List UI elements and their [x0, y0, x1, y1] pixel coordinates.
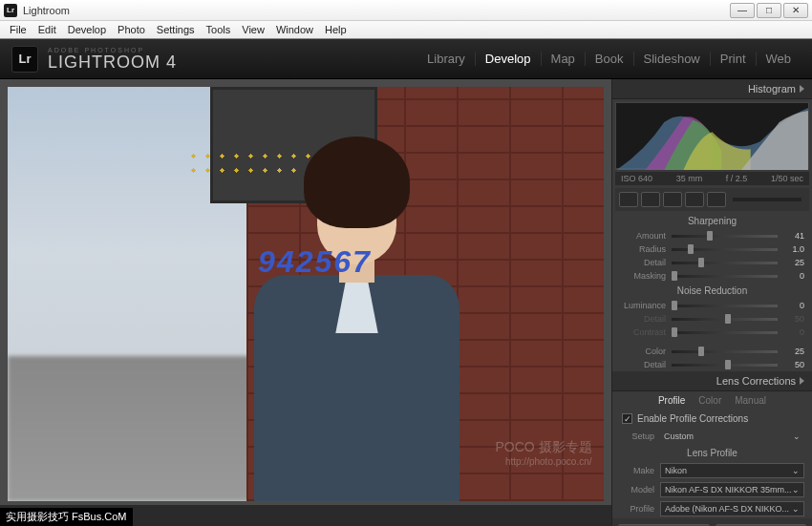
- noise-color-3-value: 25: [783, 347, 804, 356]
- tab-manual[interactable]: Manual: [735, 395, 766, 406]
- sharp-radius-value: 1.0: [783, 244, 804, 254]
- module-slideshow[interactable]: Slideshow: [634, 52, 711, 66]
- exposure-info: ISO 640 35 mm f / 2.5 1/50 sec: [615, 172, 809, 185]
- collapse-icon: [800, 377, 804, 385]
- sharp-detail-label: Detail: [620, 258, 666, 267]
- minimize-button[interactable]: —: [730, 3, 755, 18]
- profile-select[interactable]: Adobe (Nikon AF-S DX NIKKO...⌄: [660, 501, 804, 516]
- watermark: POCO 摄影专题http://photo.poco.cn/: [495, 438, 591, 468]
- shutter-value: 1/50 sec: [771, 174, 803, 183]
- sharpening-title: Sharpening: [612, 213, 812, 229]
- menu-help[interactable]: Help: [319, 22, 353, 37]
- close-button[interactable]: ✕: [783, 3, 808, 18]
- noise-detail-4-slider[interactable]: [672, 364, 778, 367]
- sharp-radius-slider[interactable]: [672, 248, 778, 251]
- module-web[interactable]: Web: [757, 52, 801, 66]
- menu-tools[interactable]: Tools: [201, 22, 237, 37]
- noise-luminance-0-slider[interactable]: [672, 305, 778, 307]
- sharp-masking-value: 0: [783, 271, 804, 281]
- noise-contrast-2-slider[interactable]: [672, 331, 778, 334]
- noise-detail-1-value: 50: [783, 314, 804, 324]
- lens-header[interactable]: Lens Corrections: [612, 371, 812, 391]
- sharp-amount-value: 41: [783, 231, 804, 241]
- button-row: Previous Reset: [612, 518, 812, 526]
- menu-view[interactable]: View: [236, 22, 270, 37]
- menu-settings[interactable]: Settings: [151, 22, 201, 37]
- make-label: Make: [620, 466, 654, 475]
- module-book[interactable]: Book: [586, 52, 634, 66]
- enable-profile-checkbox[interactable]: ✓: [622, 413, 632, 424]
- lens-tabs: Profile Color Manual: [612, 391, 812, 410]
- noise-detail-1-label: Detail: [620, 314, 666, 324]
- noise-luminance-0-row: Luminance 0: [612, 299, 812, 312]
- menu-file[interactable]: File: [4, 22, 32, 37]
- menubar: File Edit Develop Photo Settings Tools V…: [0, 21, 812, 39]
- page-watermark: 实用摄影技巧 FsBus.CoM: [0, 508, 133, 526]
- brush-tool-icon[interactable]: [707, 192, 726, 207]
- noise-color-3-slider[interactable]: [672, 350, 778, 353]
- logo-badge: Lr: [11, 46, 38, 73]
- sharp-masking-slider[interactable]: [672, 275, 778, 278]
- noise-title: Noise Reduction: [612, 283, 812, 299]
- window-title: Lightroom: [23, 5, 70, 16]
- enable-profile-row[interactable]: ✓ Enable Profile Corrections: [612, 410, 812, 428]
- noise-luminance-0-value: 0: [783, 301, 804, 310]
- enable-profile-label: Enable Profile Corrections: [637, 413, 748, 424]
- brand-main: LIGHTROOM 4: [48, 53, 177, 71]
- right-panel[interactable]: Histogram ISO 640 35 mm f / 2.5 1/50 sec: [611, 79, 812, 526]
- histogram-header[interactable]: Histogram: [612, 79, 812, 99]
- noise-detail-4-row: Detail 50: [612, 358, 812, 371]
- menu-window[interactable]: Window: [270, 22, 319, 37]
- brand: ADOBE PHOTOSHOP LIGHTROOM 4: [48, 47, 177, 71]
- topbar: Lr ADOBE PHOTOSHOP LIGHTROOM 4 Library D…: [0, 39, 812, 79]
- menu-edit[interactable]: Edit: [32, 22, 62, 37]
- spot-tool-icon[interactable]: [641, 192, 660, 207]
- noise-contrast-2-value: 0: [783, 327, 804, 337]
- setup-label: Setup: [620, 431, 654, 441]
- module-develop[interactable]: Develop: [476, 52, 542, 66]
- module-library[interactable]: Library: [417, 52, 476, 66]
- sharp-radius-label: Radius: [620, 244, 666, 254]
- noise-color-3-row: Color 25: [612, 345, 812, 358]
- histogram[interactable]: [615, 102, 809, 169]
- tab-color[interactable]: Color: [698, 395, 721, 406]
- redeye-tool-icon[interactable]: [663, 192, 682, 207]
- sharp-masking-row: Masking 0: [612, 269, 812, 283]
- noise-detail-1-slider[interactable]: [672, 318, 778, 321]
- sharp-detail-value: 25: [783, 258, 804, 267]
- module-map[interactable]: Map: [542, 52, 586, 66]
- noise-detail-1-row: Detail 50: [612, 312, 812, 326]
- overlay-number: 942567: [258, 244, 372, 280]
- menu-develop[interactable]: Develop: [62, 22, 112, 37]
- noise-detail-4-label: Detail: [620, 360, 666, 369]
- sharp-amount-row: Amount 41: [612, 229, 812, 242]
- maximize-button[interactable]: □: [757, 3, 781, 18]
- titlebar: Lr Lightroom — □ ✕: [0, 0, 812, 21]
- app-body: Lr ADOBE PHOTOSHOP LIGHTROOM 4 Library D…: [0, 39, 812, 526]
- crop-tool-icon[interactable]: [619, 192, 638, 207]
- sharp-amount-slider[interactable]: [672, 235, 778, 238]
- make-select[interactable]: Nikon⌄: [660, 463, 804, 478]
- sharp-masking-label: Masking: [620, 271, 666, 281]
- lens-profile-title: Lens Profile: [612, 445, 812, 461]
- model-select[interactable]: Nikon AF-S DX NIKKOR 35mm...⌄: [660, 482, 804, 497]
- viewer: 942567 POCO 摄影专题http://photo.poco.cn/: [0, 79, 611, 526]
- sharp-detail-slider[interactable]: [672, 262, 778, 264]
- collapse-icon: [800, 85, 804, 93]
- image-preview[interactable]: 942567 POCO 摄影专题http://photo.poco.cn/: [8, 87, 604, 501]
- tab-profile[interactable]: Profile: [658, 395, 685, 406]
- model-label: Model: [620, 485, 654, 494]
- aperture-value: f / 2.5: [726, 174, 748, 183]
- focal-value: 35 mm: [676, 174, 703, 183]
- setup-select[interactable]: Custom⌄: [660, 430, 804, 443]
- noise-luminance-0-label: Luminance: [620, 301, 666, 310]
- profile-label: Profile: [620, 504, 654, 514]
- menu-photo[interactable]: Photo: [112, 22, 151, 37]
- tool-slider[interactable]: [733, 198, 801, 201]
- noise-color-3-label: Color: [620, 347, 666, 356]
- iso-value: ISO 640: [621, 174, 652, 183]
- module-print[interactable]: Print: [711, 52, 757, 66]
- sharp-detail-row: Detail 25: [612, 256, 812, 269]
- sharp-amount-label: Amount: [620, 231, 666, 241]
- gradient-tool-icon[interactable]: [685, 192, 704, 207]
